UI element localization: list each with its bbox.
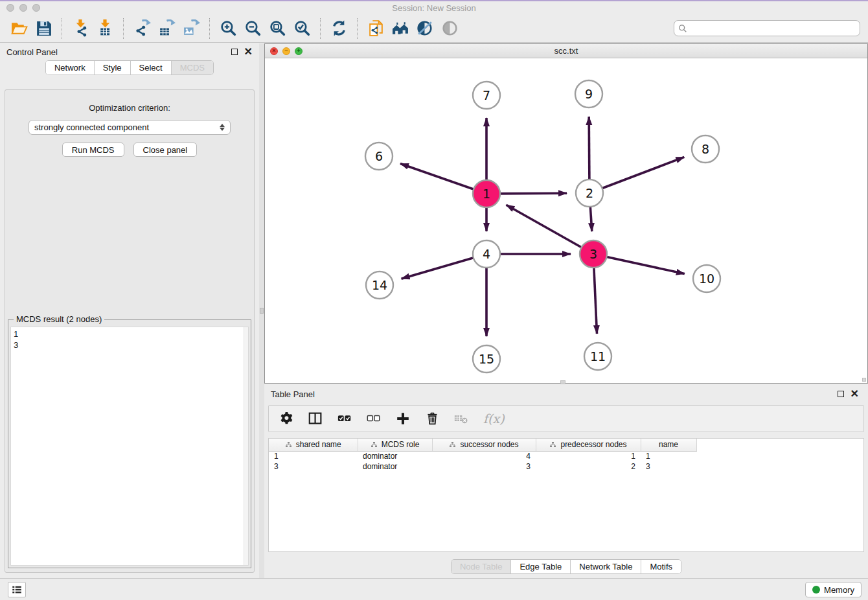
- node-4[interactable]: 4: [473, 240, 500, 268]
- zoom-fit-button[interactable]: [265, 16, 290, 41]
- table-cell[interactable]: 1: [641, 451, 696, 461]
- export-table-button[interactable]: [154, 16, 179, 41]
- save-session-button[interactable]: [31, 16, 56, 41]
- gear-icon: [279, 411, 293, 426]
- table-cell[interactable]: 1: [269, 451, 358, 461]
- run-mcds-button[interactable]: Run MCDS: [62, 143, 124, 157]
- column-type-icon: [449, 441, 456, 448]
- edge-4-14[interactable]: [402, 257, 475, 279]
- node-8[interactable]: 8: [692, 135, 719, 163]
- table-panel: Table Panel ✕ f(x) shared nameMCDS roles…: [264, 386, 868, 578]
- tab-style[interactable]: Style: [95, 61, 131, 75]
- edge-3-1[interactable]: [507, 205, 583, 248]
- eye-button[interactable]: [437, 16, 462, 41]
- tab-network[interactable]: Network: [46, 61, 95, 75]
- tab-select[interactable]: Select: [131, 61, 172, 75]
- criterion-dropdown[interactable]: strongly connected component: [29, 120, 231, 135]
- close-panel-button[interactable]: Close panel: [133, 143, 198, 157]
- splitter-handle-icon[interactable]: [260, 308, 264, 314]
- node-6[interactable]: 6: [365, 143, 393, 170]
- node-1[interactable]: 1: [473, 180, 500, 207]
- node-7[interactable]: 7: [473, 82, 500, 109]
- refresh-layout-button[interactable]: [326, 16, 351, 41]
- memory-button[interactable]: Memory: [805, 582, 862, 597]
- column-header-successor-nodes[interactable]: successor nodes: [432, 439, 536, 451]
- table-row[interactable]: 1dominator411: [269, 451, 696, 461]
- tab-network-table[interactable]: Network Table: [571, 560, 641, 573]
- columns-button[interactable]: [308, 409, 323, 428]
- svg-text:6: 6: [375, 149, 383, 163]
- import-table-button[interactable]: [93, 16, 117, 41]
- deselect-all-button[interactable]: [367, 409, 381, 428]
- delete-column-button[interactable]: [425, 409, 439, 428]
- delete-table-button[interactable]: [454, 409, 468, 428]
- node-15[interactable]: 15: [473, 345, 500, 373]
- task-history-button[interactable]: [8, 582, 26, 597]
- search-field[interactable]: [674, 20, 860, 36]
- column-type-icon: [285, 441, 292, 448]
- mcds-result-text[interactable]: 1 3: [10, 327, 249, 566]
- tab-motifs[interactable]: Motifs: [641, 560, 681, 573]
- deselect-all-icon: [367, 411, 381, 426]
- table-cell[interactable]: 2: [536, 461, 641, 472]
- export-image-button[interactable]: [179, 16, 203, 41]
- node-10[interactable]: 10: [693, 265, 720, 292]
- edge-2-3[interactable]: [590, 205, 592, 231]
- node-3[interactable]: 3: [580, 240, 607, 268]
- export-network-button[interactable]: [130, 16, 154, 41]
- edge-2-9[interactable]: [589, 117, 589, 181]
- edge-1-6[interactable]: [400, 164, 475, 190]
- select-all-button[interactable]: [337, 409, 352, 428]
- node-14[interactable]: 14: [366, 271, 393, 299]
- network-canvas[interactable]: 7968124314101511: [265, 58, 867, 383]
- table-row[interactable]: 3dominator323: [269, 461, 696, 472]
- float-panel-icon[interactable]: [231, 49, 238, 55]
- table-cell[interactable]: 3: [432, 461, 536, 472]
- node-11[interactable]: 11: [584, 343, 611, 370]
- column-header-name[interactable]: name: [641, 439, 696, 451]
- column-header-MCDS-role[interactable]: MCDS role: [358, 439, 432, 451]
- style-preview-button[interactable]: [413, 16, 437, 41]
- zoom-selected-icon: [293, 19, 311, 37]
- duplicate-network-button[interactable]: [363, 16, 388, 41]
- network-window-titlebar[interactable]: × − + scc.txt: [265, 44, 867, 58]
- edge-3-10[interactable]: [606, 257, 685, 274]
- delete-column-icon: [425, 411, 439, 426]
- import-network-button[interactable]: [68, 16, 93, 41]
- column-header-predecessor-nodes[interactable]: predecessor nodes: [536, 439, 641, 451]
- table-cell[interactable]: 3: [641, 461, 696, 472]
- resize-grip-icon[interactable]: [862, 378, 866, 382]
- edge-2-8[interactable]: [601, 157, 685, 189]
- close-panel-icon[interactable]: ✕: [244, 49, 253, 55]
- float-table-panel-icon[interactable]: [838, 391, 844, 397]
- tab-mcds[interactable]: MCDS: [172, 61, 213, 75]
- table-cell[interactable]: 1: [536, 451, 641, 461]
- column-header-shared-name[interactable]: shared name: [269, 439, 358, 451]
- gear-button[interactable]: [279, 409, 293, 428]
- edge-3-11[interactable]: [594, 266, 597, 334]
- table-cell[interactable]: dominator: [358, 451, 432, 461]
- node-9[interactable]: 9: [575, 80, 602, 108]
- table-cell[interactable]: 4: [432, 451, 536, 461]
- style-preview-icon: [417, 19, 434, 37]
- zoom-out-button[interactable]: [240, 16, 265, 41]
- edge-1-2[interactable]: [499, 193, 567, 194]
- add-column-button[interactable]: [396, 409, 410, 428]
- network-window-title: scc.txt: [265, 46, 867, 56]
- function-builder-button[interactable]: f(x): [483, 409, 505, 428]
- app-title: Session: New Session: [0, 3, 868, 13]
- tab-edge-table[interactable]: Edge Table: [511, 560, 571, 573]
- panel-splitter[interactable]: [259, 43, 264, 578]
- vertical-splitter-handle[interactable]: [560, 380, 565, 384]
- result-scrollbar[interactable]: [244, 327, 248, 565]
- zoom-selected-button[interactable]: [290, 16, 314, 41]
- open-session-button[interactable]: [6, 16, 31, 41]
- table-cell[interactable]: 3: [269, 461, 358, 472]
- close-table-panel-icon[interactable]: ✕: [851, 391, 859, 397]
- zoom-in-button[interactable]: [216, 16, 240, 41]
- tab-node-table[interactable]: Node Table: [451, 560, 512, 573]
- search-input[interactable]: [687, 22, 860, 35]
- table-cell[interactable]: dominator: [358, 461, 432, 472]
- node-2[interactable]: 2: [576, 179, 603, 207]
- home-button[interactable]: [388, 16, 413, 41]
